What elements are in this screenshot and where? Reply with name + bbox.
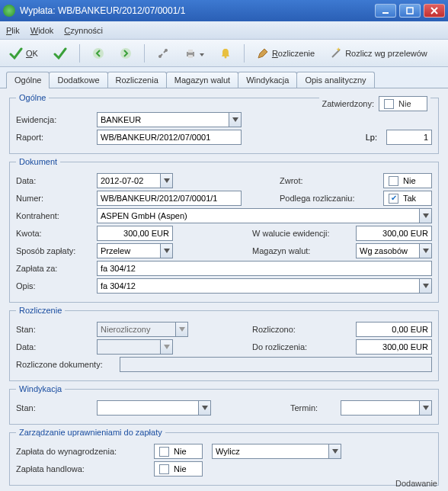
apply-button[interactable] [49, 43, 72, 63]
tab-rozliczenia[interactable]: Rozliczenia [107, 72, 167, 88]
svg-rect-10 [188, 55, 193, 58]
svg-point-6 [165, 49, 168, 52]
zaplata-za-input[interactable]: fa 304/12 [97, 261, 432, 276]
ok-button[interactable]: OK [5, 43, 43, 63]
chevron-down-icon [328, 444, 341, 458]
close-button[interactable] [424, 4, 445, 18]
chevron-down-icon [229, 113, 241, 127]
roz-data-picker [97, 339, 173, 355]
menu-widok[interactable]: Widok [30, 26, 54, 35]
legend-ogolne: Ogólne [16, 93, 49, 102]
lp-input[interactable]: 1 [386, 130, 432, 145]
opis-label: Opis: [16, 281, 92, 290]
kontrahent-label: Kontrahent: [16, 211, 92, 220]
kontrahent-select[interactable]: ASPEN GmbH (Aspen) [97, 208, 432, 223]
next-button[interactable] [115, 44, 136, 63]
tab-ogolne[interactable]: Ogólne [6, 72, 50, 88]
tab-dodatkowe[interactable]: Dodatkowe [49, 72, 107, 88]
menu-czynnosci[interactable]: Czynności [64, 26, 103, 35]
kwota-input[interactable]: 300,00 EUR [97, 226, 173, 241]
maximize-button[interactable] [399, 4, 421, 18]
opis-select[interactable]: fa 304/12 [97, 278, 432, 294]
svg-point-4 [93, 48, 104, 59]
svg-point-7 [158, 55, 162, 58]
zatwierdzony-checkbox[interactable]: Nie [379, 96, 427, 111]
menu-plik[interactable]: Plik [6, 26, 20, 35]
chevron-down-icon [198, 401, 210, 415]
wind-stan-select[interactable] [97, 400, 211, 416]
zaplata-handlowa-checkbox[interactable]: Nie [154, 461, 203, 477]
raport-input[interactable]: WB/BANKEUR/2012/07/0001 [97, 130, 242, 145]
tabs: Ogólne Dodatkowe Rozliczenia Magazyn wal… [0, 67, 448, 88]
w-walucie-value: 300,00 EUR [356, 226, 432, 241]
svg-rect-1 [407, 8, 413, 14]
tools-icon [157, 47, 169, 59]
checkbox-icon [389, 176, 398, 186]
print-button[interactable] [180, 44, 209, 63]
chevron-down-icon [419, 401, 431, 415]
pen-icon [257, 47, 269, 59]
fieldset-rozliczenie: Rozliczenie Stan: Nierozliczony Rozliczo… [9, 306, 439, 381]
bell-icon [219, 47, 232, 59]
termin-picker[interactable] [341, 400, 432, 416]
checkbox-icon [384, 99, 394, 109]
rozlicz-wg-button[interactable]: Rozlicz wg przelewów [325, 44, 432, 63]
sposob-select[interactable]: Przelew [97, 243, 173, 258]
minimize-button[interactable] [375, 4, 396, 18]
checkbox-icon [159, 447, 169, 457]
numer-label: Numer: [16, 194, 92, 203]
toolbar: OK Rozliczenie Rozlicz wg przelewów [0, 40, 448, 67]
data-label: Data: [16, 176, 92, 185]
rozliczenie-button[interactable]: Rozliczenie [252, 44, 319, 63]
do-rozliczenia-value: 300,00 EUR [356, 339, 432, 355]
stan-label: Stan: [16, 325, 92, 334]
chevron-down-icon [160, 244, 172, 258]
check-icon [53, 47, 67, 60]
podlega-checkbox[interactable]: Tak [383, 191, 432, 206]
status-text: Dodawanie [395, 479, 437, 488]
numer-input[interactable]: WB/BANKEUR/2012/07/0001/1 [97, 191, 242, 206]
lp-label: Lp: [366, 133, 377, 142]
zaplata-za-label: Zapłata za: [16, 264, 92, 273]
print-icon [184, 47, 197, 59]
arrow-left-icon [92, 47, 104, 59]
rozliczono-label: Rozliczono: [252, 325, 351, 334]
kwota-label: Kwota: [16, 229, 92, 238]
do-rozliczenia-label: Do rozliczenia: [252, 342, 351, 351]
rozliczone-doc-input [120, 357, 432, 372]
tools-button[interactable] [152, 44, 174, 63]
legend-zarzadzanie: Zarządzanie uprawnieniami do zapłaty [16, 428, 165, 437]
prev-button[interactable] [88, 44, 109, 63]
dropdown-icon [200, 49, 204, 58]
chevron-down-icon [419, 279, 431, 293]
wylicz-select[interactable]: Wylicz [212, 444, 341, 459]
zaplata-wyn-checkbox[interactable]: Nie [154, 444, 203, 459]
legend-dokument: Dokument [16, 157, 60, 166]
arrow-right-icon [120, 47, 132, 59]
zatwierdzony-label: Zatwierdzony: [322, 99, 374, 108]
wind-stan-label: Stan: [16, 403, 92, 412]
zatwierdzony-group: Zatwierdzony: Nie [319, 96, 430, 111]
tab-windykacja[interactable]: Windykacja [238, 72, 297, 88]
tab-magazyn-walut[interactable]: Magazyn walut [166, 72, 238, 88]
fieldset-windykacja: Windykacja Stan: Termin: [9, 384, 439, 425]
tab-opis-analityczny[interactable]: Opis analityczny [296, 72, 374, 88]
data-picker[interactable]: 2012-07-02 [97, 173, 173, 188]
w-walucie-label: W walucie ewidencji: [252, 229, 351, 238]
app-icon [3, 5, 15, 17]
podlega-label: Podlega rozliczaniu: [280, 194, 379, 203]
ewidencja-label: Ewidencja: [16, 115, 92, 124]
ewidencja-select[interactable]: BANKEUR [97, 112, 242, 127]
chevron-down-icon [160, 340, 172, 354]
separator [144, 44, 145, 63]
raport-label: Raport: [16, 133, 92, 142]
notify-button[interactable] [215, 44, 236, 63]
magazyn-select[interactable]: Wg zasobów [356, 243, 432, 258]
termin-label: Termin: [290, 403, 336, 412]
legend-rozliczenie: Rozliczenie [16, 306, 65, 315]
zwrot-checkbox[interactable]: Nie [383, 173, 432, 188]
checkbox-icon [159, 464, 169, 474]
chevron-down-icon [160, 174, 172, 188]
menubar: Plik Widok Czynności [0, 21, 448, 40]
fieldset-ogolne: Ogólne Zatwierdzony: Nie Ewidencja: BANK… [9, 93, 439, 154]
